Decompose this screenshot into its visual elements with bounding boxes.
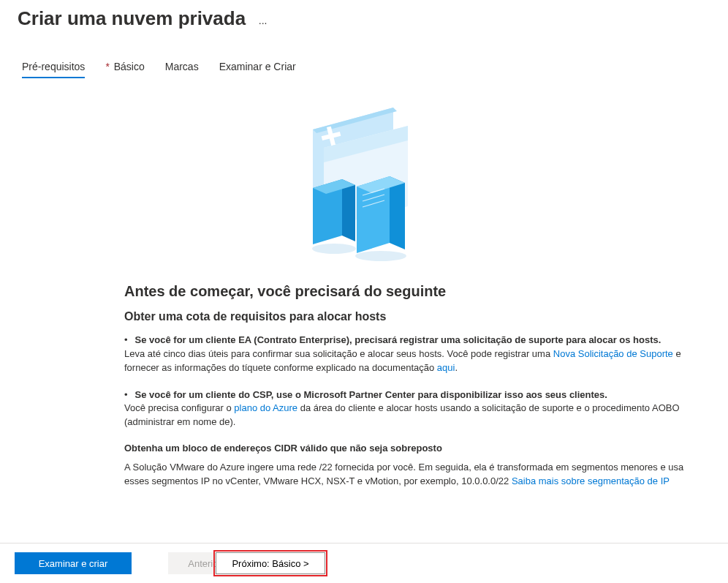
- more-actions-icon[interactable]: ···: [259, 17, 268, 29]
- tab-prerequisites[interactable]: Pré-requisitos: [22, 61, 85, 78]
- section-title: Antes de começar, você precisará do segu…: [124, 283, 699, 300]
- bullet-ea-heading: Se você for um cliente EA (Contrato Ente…: [135, 334, 661, 347]
- tab-basic[interactable]: * Básico: [105, 61, 144, 78]
- link-new-support-request[interactable]: Nova Solicitação de Suporte: [553, 348, 673, 359]
- page-title: Criar uma nuvem privada: [18, 7, 246, 30]
- bullet-icon: •: [124, 334, 128, 347]
- tab-review[interactable]: Examinar e Criar: [219, 61, 296, 78]
- content-area: Antes de começar, você precisará do segu…: [0, 78, 716, 583]
- svg-marker-11: [390, 176, 405, 249]
- bullet-icon: •: [124, 388, 128, 402]
- bullet-csp-text-a: Você precisa configurar o: [124, 402, 234, 413]
- bullet-csp-heading: Se você for um cliente do CSP, use o Mic…: [135, 388, 607, 402]
- wizard-tabs: Pré-requisitos * Básico Marcas Examinar …: [0, 30, 728, 78]
- svg-point-9: [312, 244, 356, 254]
- review-create-button[interactable]: Examinar e criar: [15, 552, 132, 574]
- section-subtitle: Obter uma cota de requisitos para alocar…: [124, 310, 699, 323]
- svg-marker-7: [342, 179, 355, 241]
- tab-tags[interactable]: Marcas: [165, 61, 199, 78]
- tab-basic-label: Básico: [114, 61, 145, 72]
- private-cloud-illustration: [7, 100, 699, 261]
- link-azure-plan[interactable]: plano do Azure: [234, 402, 297, 413]
- next-button-highlight: Próximo: Básico >: [213, 550, 327, 576]
- link-docs-here[interactable]: aqui: [437, 362, 455, 373]
- bullet-ea-text-a: Leva até cinco dias úteis para confirmar…: [124, 348, 553, 359]
- link-ip-segmentation[interactable]: Saiba mais sobre segmentação de IP: [512, 475, 670, 486]
- next-button[interactable]: Próximo: Básico >: [216, 552, 325, 574]
- cidr-heading: Obtenha um bloco de endereços CIDR válid…: [124, 443, 699, 454]
- wizard-footer: Examinar e criar Anterior Próximo: Básic…: [0, 543, 728, 583]
- bullet-ea-text-c: .: [455, 362, 458, 373]
- svg-point-13: [355, 251, 406, 261]
